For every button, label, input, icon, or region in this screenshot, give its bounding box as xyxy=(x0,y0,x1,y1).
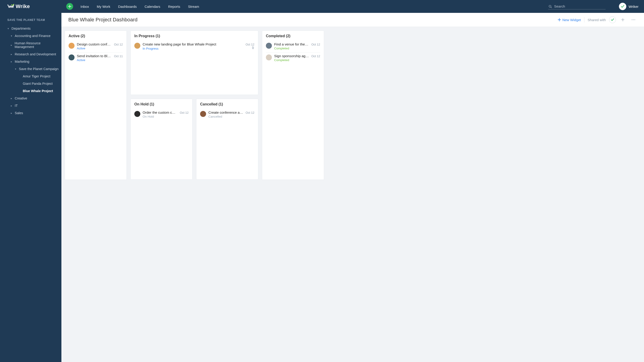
chevron-down-icon: ▾ xyxy=(14,67,17,70)
task-title: Create new landing page for Blue Whale P… xyxy=(142,42,244,46)
widget-title: On Hold (1) xyxy=(134,102,188,106)
plus-icon xyxy=(68,4,72,8)
new-widget-button[interactable]: New Widget xyxy=(558,18,581,22)
tree-label: Sales xyxy=(15,111,23,115)
avatar xyxy=(134,43,140,49)
search-box[interactable] xyxy=(548,3,606,9)
svg-line-1 xyxy=(551,7,552,8)
task-status: In Progress xyxy=(142,47,158,50)
task-status: Active xyxy=(77,58,123,62)
chevron-down-icon: ▾ xyxy=(7,27,10,30)
tree-accounting[interactable]: ▾ Accounting and Finance xyxy=(0,32,62,39)
task-row[interactable]: Send invitation to Bl… Oct 11 Active xyxy=(68,53,123,64)
user-menu[interactable]: Wriker xyxy=(619,3,638,10)
tree-label: IT xyxy=(15,104,18,108)
svg-point-2 xyxy=(632,19,632,20)
chevron-right-icon: ▸ xyxy=(10,60,13,63)
team-label: SAVE THE PLANET TEAM xyxy=(0,17,62,25)
chevron-right-icon: ▸ xyxy=(10,44,13,47)
task-date: Oct 12 xyxy=(246,43,254,46)
nav-calendars[interactable]: Calendars xyxy=(144,0,161,13)
checkmark-icon xyxy=(620,4,625,8)
shared-avatar[interactable] xyxy=(609,16,616,23)
nav-dashboards[interactable]: Dashboards xyxy=(118,0,137,13)
chevron-right-icon: ▸ xyxy=(10,104,13,107)
task-date: Oct 12 xyxy=(246,111,254,114)
task-row[interactable]: Sign sponsorship ag… Oct 12 Completed xyxy=(266,53,320,64)
avatar xyxy=(68,54,74,60)
tree-label: Human Resource Management xyxy=(15,41,59,49)
tree-departments[interactable]: ▾ Departments xyxy=(0,25,62,32)
task-row[interactable]: Create conference a… Oct 12 Cancelled xyxy=(200,109,254,121)
chevron-down-icon: ▾ xyxy=(10,34,13,37)
widget-cancelled: Cancelled (1) Create conference a… Oct 1… xyxy=(196,99,258,180)
tree-hr[interactable]: ▸ Human Resource Management xyxy=(0,39,62,50)
tree-label: Research and Development xyxy=(15,52,56,56)
task-row[interactable]: Design custom conf… Oct 12 Active xyxy=(68,41,123,53)
tree-project-amur[interactable]: Amur Tiger Project xyxy=(0,73,62,80)
new-widget-label: New Widget xyxy=(562,18,581,22)
task-status: On Hold xyxy=(142,115,188,118)
dashboard-board: Active (2) Design custom conf… Oct 12 Ac… xyxy=(62,27,644,362)
add-share-button[interactable] xyxy=(619,16,626,23)
task-status: Active xyxy=(77,47,123,50)
task-status: Completed xyxy=(274,58,320,62)
plus-icon xyxy=(621,18,624,21)
user-avatar xyxy=(619,3,626,10)
app-name: Wrike xyxy=(16,3,30,9)
more-button[interactable] xyxy=(630,16,637,23)
nav-my-work[interactable]: My Work xyxy=(96,0,111,13)
tree-project-panda[interactable]: Giant Panda Project xyxy=(0,80,62,87)
task-title: Send invitation to Bl… xyxy=(77,54,112,58)
nav-inbox[interactable]: Inbox xyxy=(80,0,90,13)
chevron-right-icon: ▸ xyxy=(10,112,13,115)
task-status: Cancelled xyxy=(208,115,254,118)
svg-point-3 xyxy=(633,19,634,20)
task-title: Find a venue for the… xyxy=(274,42,310,46)
svg-point-4 xyxy=(634,19,635,20)
tree-label: Creative xyxy=(15,96,27,100)
nav-links: Inbox My Work Dashboards Calendars Repor… xyxy=(80,0,200,13)
avatar xyxy=(134,111,140,117)
tree-rnd[interactable]: ▸ Research and Development xyxy=(0,50,62,58)
task-row[interactable]: Order the custom c… Oct 12 On Hold xyxy=(134,109,188,121)
tree-creative[interactable]: ▸ Creative xyxy=(0,95,62,102)
widget-active: Active (2) Design custom conf… Oct 12 Ac… xyxy=(65,30,127,180)
nav-stream[interactable]: Stream xyxy=(188,0,200,13)
search-input[interactable] xyxy=(554,4,605,8)
page-title: Blue Whale Project Dashboard xyxy=(68,17,138,23)
tree-project-bluewhale[interactable]: Blue Whale Project xyxy=(0,87,62,95)
task-date: Oct 12 xyxy=(312,54,320,58)
more-icon xyxy=(632,19,635,20)
task-title: Design custom conf… xyxy=(77,42,112,46)
dashboard-header: Blue Whale Project Dashboard New Widget … xyxy=(62,13,644,27)
sidebar: SAVE THE PLANET TEAM ▾ Departments ▾ Acc… xyxy=(0,13,62,362)
avatar xyxy=(266,54,272,60)
plus-icon xyxy=(558,18,561,21)
tree-label: Accounting and Finance xyxy=(15,34,50,38)
tree-it[interactable]: ▸ IT xyxy=(0,102,62,109)
task-row[interactable]: Find a venue for the… Oct 12 Completed xyxy=(266,41,320,53)
tree-marketing[interactable]: ▸ Marketing xyxy=(0,58,62,65)
chevron-right-icon: ▸ xyxy=(10,97,13,100)
widget-title: In Progress (1) xyxy=(134,34,254,38)
chevron-right-icon: ▸ xyxy=(10,53,13,56)
tree-label: Amur Tiger Project xyxy=(23,74,50,78)
task-date: Oct 12 xyxy=(312,43,320,46)
widget-title: Completed (2) xyxy=(266,34,320,38)
tree-label: Save the Planet Campaign xyxy=(19,67,59,71)
divider xyxy=(584,17,584,22)
add-button[interactable] xyxy=(66,3,73,10)
tree-label: Giant Panda Project xyxy=(23,82,53,85)
task-title: Sign sponsorship ag… xyxy=(274,54,310,58)
main: Blue Whale Project Dashboard New Widget … xyxy=(62,13,644,362)
task-row[interactable]: Create new landing page for Blue Whale P… xyxy=(134,41,254,53)
avatar xyxy=(266,43,272,49)
avatar xyxy=(68,43,74,49)
widget-title: Active (2) xyxy=(68,34,123,38)
app-logo[interactable]: Wrike xyxy=(7,3,30,9)
tree-sales[interactable]: ▸ Sales xyxy=(0,109,62,117)
tree-campaign[interactable]: ▾ Save the Planet Campaign xyxy=(0,65,62,73)
nav-reports[interactable]: Reports xyxy=(168,0,181,13)
widget-completed: Completed (2) Find a venue for the… Oct … xyxy=(262,30,324,180)
